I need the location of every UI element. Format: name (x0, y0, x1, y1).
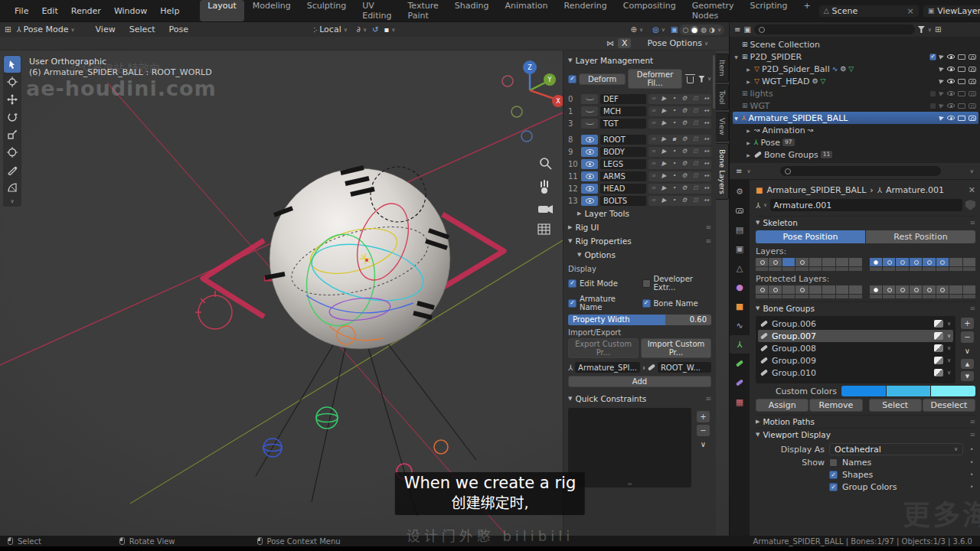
view-layer-selector[interactable]: ▣ ViewLayer × (923, 5, 980, 17)
outliner-row-scene-collection[interactable]: ⊞ Scene Collection (733, 38, 978, 51)
outliner-row-spider-ball[interactable]: ▶ ▽ P2D_Spider_Ball ∿ ⚙ ▽ (733, 63, 978, 75)
chevron-down-icon[interactable]: ∨ (947, 357, 951, 364)
chevron-down-icon[interactable]: ∨ (970, 168, 974, 174)
workspace-tab-texture-paint[interactable]: Texture Paint (400, 0, 446, 21)
select-icon[interactable]: ▶ (662, 96, 666, 102)
viewport-hide-icon[interactable] (958, 54, 965, 60)
layer-restrictions[interactable]: ∞▶•⚙⊡↔ (648, 159, 711, 169)
add-button[interactable]: Add (568, 376, 711, 387)
remove-button[interactable]: Remove (809, 399, 862, 412)
snap-dropdown[interactable]: ∂ ∨ (353, 25, 371, 34)
show-gizmo-dropdown[interactable]: ⊕ ∨ (627, 25, 648, 34)
eye-icon[interactable] (947, 54, 955, 59)
trash-icon[interactable] (687, 77, 694, 83)
tab-bone-layers[interactable]: Bone Layers (716, 143, 729, 201)
link-icon[interactable]: ∞ (651, 161, 656, 167)
color-set-icon[interactable] (934, 320, 943, 328)
exclude-checkbox[interactable] (929, 103, 936, 109)
tab-texture-props[interactable]: ▦ (730, 393, 750, 411)
eye-toggle[interactable] (581, 119, 598, 129)
xray-toggle-icon[interactable]: ▣ (671, 25, 678, 34)
viewport-hide-icon[interactable] (958, 91, 965, 96)
outliner-row-bone-groups[interactable]: ▶ Bone Groups 11 (733, 148, 978, 161)
panel-grip[interactable]: ≡ (969, 305, 975, 312)
chevron-down-icon[interactable]: ∨ (707, 76, 711, 82)
link-icon[interactable]: ∞ (651, 120, 656, 126)
outliner-row-pose[interactable]: ▶ ⅄ Pose 97 (733, 136, 978, 148)
select-icon[interactable]: ▶ (662, 197, 666, 204)
properties-editor-type-icon[interactable]: ≡ (736, 167, 742, 175)
workspace-tab-geometry-nodes[interactable]: Geometry Nodes (684, 0, 742, 21)
mode-dropdown[interactable]: ⅄ Pose Mode ∨ (12, 24, 78, 34)
lock-icon[interactable]: ⊡ (693, 148, 698, 155)
layer-restrictions[interactable]: ∞▶•⚙⊡↔ (648, 147, 711, 157)
armature-name-checkbox[interactable] (568, 299, 577, 308)
viewport-hide-icon[interactable] (958, 116, 965, 121)
panel-motion-paths[interactable]: ▶ Motion Paths ≡ (756, 415, 975, 428)
panel-layer-management[interactable]: ▼ Layer Management (568, 54, 711, 67)
armature-layers[interactable] (756, 258, 975, 271)
tab-view-layer-props[interactable]: ▣ (730, 240, 750, 258)
panel-rig-ui[interactable]: ▶ Rig UI ≡ (568, 220, 711, 234)
outliner-row-animation[interactable]: ▶ ↝ Animation ↝ (733, 124, 978, 136)
fake-user-shield-icon[interactable] (965, 200, 975, 210)
tool-scale[interactable] (4, 126, 21, 143)
menu-pose[interactable]: Pose (163, 24, 194, 35)
shading-material-icon[interactable]: ◍ (701, 26, 707, 34)
select-button[interactable]: Select (869, 399, 922, 412)
eye-toggle[interactable] (581, 184, 598, 194)
color-swatch-select[interactable] (887, 386, 931, 396)
layer-restrictions[interactable]: ∞▶•⚙⊡↔ (648, 106, 711, 116)
selectable-icon[interactable] (939, 54, 945, 60)
dot-icon[interactable]: • (672, 197, 676, 204)
dot-icon[interactable]: • (672, 148, 676, 155)
panel-bone-groups[interactable]: ▼ Bone Groups ≡ (756, 302, 975, 315)
exclude-checkbox[interactable] (929, 90, 936, 97)
show-overlays-dropdown[interactable]: ◎ ∨ (648, 25, 669, 34)
bone-group-item[interactable]: Group.010 ∨ (758, 367, 953, 379)
property-width-slider[interactable]: Property Width 0.60 (568, 315, 711, 325)
dot-icon[interactable]: • (672, 120, 676, 126)
layer-restrictions[interactable]: ∞▶•⚙⊡↔ (648, 119, 711, 129)
tool-cursor[interactable] (4, 73, 21, 90)
selectable-icon[interactable] (939, 103, 945, 109)
rest-position-button[interactable]: Rest Position (866, 230, 975, 243)
resize-icon[interactable]: ↔ (704, 120, 709, 126)
selectable-icon[interactable] (939, 78, 945, 84)
selectable-icon[interactable] (939, 90, 945, 96)
outliner-filter-icon[interactable] (918, 26, 925, 33)
tool-rotate[interactable] (4, 109, 21, 126)
workspace-tab-shading[interactable]: Shading (447, 0, 497, 21)
layer-name-field[interactable]: LEGS (600, 159, 646, 169)
panel-grip[interactable]: ≡ (969, 418, 975, 425)
panel-viewport-display[interactable]: ▼ Viewport Display ≡ (756, 428, 975, 441)
panel-grip[interactable]: ≡ (969, 219, 975, 227)
eye-toggle[interactable] (581, 159, 598, 169)
layer-name-field[interactable]: ROOT (600, 135, 646, 145)
tab-item[interactable]: Item (716, 54, 729, 83)
bone-settings-icon[interactable]: ⚙ (681, 96, 687, 102)
menu-file[interactable]: File (8, 5, 34, 17)
select-icon[interactable]: ▶ (662, 185, 666, 191)
orientation-dropdown[interactable]: ჻ Local ∨ (310, 24, 351, 34)
link-icon[interactable]: ∞ (651, 96, 656, 102)
names-checkbox[interactable] (829, 458, 838, 467)
outliner-row-p2d-spider[interactable]: ▼ ⊞ P2D_SPIDER (733, 51, 978, 63)
select-icon[interactable]: ▶ (662, 136, 666, 142)
protected-layers[interactable] (756, 285, 975, 298)
dot-icon[interactable]: • (672, 161, 676, 167)
move-group-down-button[interactable]: ▼ (961, 371, 974, 381)
pin-icon[interactable]: ✕ (969, 185, 975, 195)
eye-toggle[interactable] (581, 106, 598, 116)
chevron-down-icon[interactable]: ∨ (928, 27, 932, 33)
tab-view[interactable]: View (716, 112, 729, 142)
tab-tool[interactable]: Tool (716, 84, 729, 110)
bone-group-item[interactable]: Group.008 ∨ (758, 342, 953, 354)
dot-icon[interactable]: ▪ (672, 136, 676, 142)
workspace-tab-modeling[interactable]: Modeling (245, 0, 299, 21)
chevron-down-icon[interactable]: ∨ (717, 27, 721, 33)
select-icon[interactable]: ▶ (662, 108, 666, 114)
tab-output-props[interactable]: ▤ (730, 220, 750, 239)
eye-toggle[interactable] (581, 171, 598, 181)
eye-toggle[interactable] (581, 135, 598, 145)
